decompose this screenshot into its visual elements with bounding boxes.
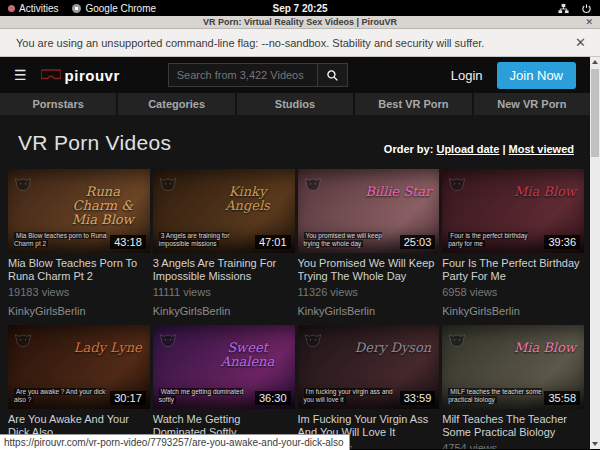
- studio-watermark-cat-mask-icon: [13, 329, 33, 349]
- video-thumbnail[interactable]: Dery Dyson I'm fucking your virgin ass a…: [298, 325, 440, 409]
- join-now-button[interactable]: Join Now: [497, 62, 576, 89]
- duration-badge: 33:59: [400, 391, 436, 405]
- system-top-bar: Activities Google Chrome Sep 7 20:25: [0, 0, 600, 16]
- infobar-close-icon[interactable]: ✕: [575, 35, 586, 50]
- studio-watermark-cat-mask-icon: [158, 173, 178, 193]
- thumbnail-overlay-name: Kinky Angels: [209, 185, 287, 213]
- main-nav: PornstarsCategoriesStudiosBest VR PornNe…: [0, 93, 590, 115]
- video-studio-link[interactable]: KinkyGirlsBerlin: [442, 305, 584, 317]
- thumbnail-overlay-name: Mia Blow: [514, 185, 576, 199]
- search-icon: [326, 69, 339, 82]
- video-thumbnail[interactable]: Mia Blow Four is the perfect birthday pa…: [442, 169, 584, 253]
- nav-item-pornstars[interactable]: Pornstars: [0, 93, 116, 115]
- video-card[interactable]: Dery Dyson I'm fucking your virgin ass a…: [298, 325, 440, 449]
- studio-watermark-cat-mask-icon: [447, 329, 467, 349]
- video-thumbnail[interactable]: Mia Blow MILF teaches the teacher some p…: [442, 325, 584, 409]
- thumbnail-overlay-caption: Mia Blow teaches porn to Runa Charm pt 2: [14, 232, 108, 248]
- scrollbar-thumb[interactable]: [591, 69, 599, 157]
- order-by-most-viewed-link[interactable]: Most viewed: [509, 143, 574, 155]
- duration-badge: 39:36: [544, 235, 580, 249]
- studio-watermark-cat-mask-icon: [303, 329, 323, 349]
- thumbnail-overlay-name: Dery Dyson: [355, 341, 431, 355]
- site-logo[interactable]: pirouvr: [41, 67, 120, 84]
- activities-label: Activities: [19, 3, 58, 14]
- video-card[interactable]: Billie Star You promised we will keep tr…: [298, 169, 440, 317]
- network-icon[interactable]: [558, 3, 569, 14]
- thumbnail-overlay-name: Lady Lyne: [74, 341, 142, 355]
- search-box: [168, 63, 348, 87]
- scrollbar-up-arrow-icon[interactable]: [592, 60, 598, 64]
- focused-app-menu[interactable]: Google Chrome: [72, 3, 156, 14]
- thumbnail-overlay-caption: I'm fucking your virgin ass and you will…: [304, 388, 398, 404]
- video-title[interactable]: Mia Blow Teaches Porn To Runa Charm Pt 2: [8, 257, 150, 283]
- studio-watermark-cat-mask-icon: [303, 173, 323, 193]
- thumbnail-overlay-name: Runa Charm & Mia Blow: [64, 185, 142, 227]
- duration-badge: 35:58: [544, 391, 580, 405]
- video-studio-link[interactable]: KinkyGirlsBerlin: [298, 305, 440, 317]
- video-title[interactable]: 3 Angels Are Training For Impossible Mis…: [153, 257, 295, 283]
- nav-item-new-vr-porn[interactable]: New VR Porn: [474, 93, 590, 115]
- scrollbar-down-arrow-icon[interactable]: [592, 442, 598, 446]
- video-title[interactable]: You Promised We Will Keep Trying The Who…: [298, 257, 440, 283]
- video-views: 11111 views: [153, 286, 295, 298]
- tab-close-icon[interactable]: ✕: [585, 16, 593, 29]
- logo-text: pirouvr: [65, 67, 120, 84]
- video-card[interactable]: Kinky Angels 3 Angels are training for i…: [153, 169, 295, 317]
- power-icon[interactable]: [581, 3, 592, 14]
- chrome-app-icon: [72, 4, 81, 13]
- video-thumbnail[interactable]: Kinky Angels 3 Angels are training for i…: [153, 169, 295, 253]
- video-studio-link[interactable]: KinkyGirlsBerlin: [8, 305, 150, 317]
- browser-viewport: ☰ pirouvr Login Join Now: [0, 57, 600, 449]
- order-by-upload-date-link[interactable]: Upload date: [436, 143, 499, 155]
- hamburger-menu-icon[interactable]: ☰: [14, 68, 27, 82]
- activities-button[interactable]: Activities: [8, 3, 58, 14]
- video-thumbnail[interactable]: Billie Star You promised we will keep tr…: [298, 169, 440, 253]
- search-button[interactable]: [317, 64, 347, 86]
- duration-badge: 43:18: [110, 235, 146, 249]
- screen-record-indicator-icon: [8, 5, 15, 12]
- video-title[interactable]: Milf Teaches The Teacher Some Practical …: [442, 413, 584, 439]
- page-title: VR Porn Videos: [18, 131, 171, 155]
- vertical-scrollbar[interactable]: [590, 57, 600, 449]
- thumbnail-overlay-name: Sweet Analena: [209, 341, 287, 369]
- duration-badge: 25:03: [400, 235, 436, 249]
- login-link[interactable]: Login: [451, 68, 483, 83]
- duration-badge: 30:17: [110, 391, 146, 405]
- video-studio-link[interactable]: KinkyGirlsBerlin: [153, 305, 295, 317]
- video-views: 6958 views: [442, 286, 584, 298]
- thumbnail-overlay-name: Mia Blow: [514, 341, 576, 355]
- order-by-label: Order by:: [384, 143, 434, 155]
- thumbnail-overlay-caption: 3 Angels are training for impossible mis…: [159, 232, 253, 248]
- video-card[interactable]: Sweet Analena Watch me getting dominated…: [153, 325, 295, 449]
- video-grid: Runa Charm & Mia Blow Mia Blow teaches p…: [8, 169, 584, 449]
- thumbnail-overlay-caption: MILF teaches the teacher some practical …: [448, 388, 542, 404]
- video-card[interactable]: Lady Lyne Are you awake ? And your dick …: [8, 325, 150, 449]
- nav-item-categories[interactable]: Categories: [118, 93, 234, 115]
- order-by: Order by: Upload date | Most viewed: [384, 143, 574, 155]
- studio-watermark-cat-mask-icon: [447, 173, 467, 193]
- video-card[interactable]: Runa Charm & Mia Blow Mia Blow teaches p…: [8, 169, 150, 317]
- video-thumbnail[interactable]: Lady Lyne Are you awake ? And your dick …: [8, 325, 150, 409]
- main-content: VR Porn Videos Order by: Upload date | M…: [0, 115, 590, 449]
- search-input[interactable]: [169, 69, 317, 81]
- order-by-separator: |: [502, 143, 505, 155]
- video-views: 11326 views: [298, 286, 440, 298]
- video-views: 4754 views: [442, 442, 584, 449]
- thumbnail-overlay-caption: Are you awake ? And your dick also ?: [14, 388, 108, 404]
- nav-item-best-vr-porn[interactable]: Best VR Porn: [355, 93, 471, 115]
- duration-badge: 36:30: [255, 391, 291, 405]
- studio-watermark-cat-mask-icon: [13, 173, 33, 193]
- chrome-infobar: You are using an unsupported command-lin…: [0, 29, 600, 57]
- vr-goggles-icon: [41, 69, 61, 81]
- status-bar-url: https://pirouvr.com/vr-porn-video/779325…: [0, 434, 350, 450]
- video-thumbnail[interactable]: Runa Charm & Mia Blow Mia Blow teaches p…: [8, 169, 150, 253]
- nav-item-studios[interactable]: Studios: [237, 93, 353, 115]
- thumbnail-overlay-caption: You promised we will keep trying the who…: [304, 232, 398, 248]
- video-title[interactable]: Four Is The Perfect Birthday Party For M…: [442, 257, 584, 283]
- video-card[interactable]: Mia Blow Four is the perfect birthday pa…: [442, 169, 584, 317]
- infobar-message: You are using an unsupported command-lin…: [14, 37, 575, 49]
- video-thumbnail[interactable]: Sweet Analena Watch me getting dominated…: [153, 325, 295, 409]
- tab-title[interactable]: VR Porn: Virtual Reality Sex Videos | Pi…: [0, 17, 600, 27]
- studio-watermark-cat-mask-icon: [158, 329, 178, 349]
- video-card[interactable]: Mia Blow MILF teaches the teacher some p…: [442, 325, 584, 449]
